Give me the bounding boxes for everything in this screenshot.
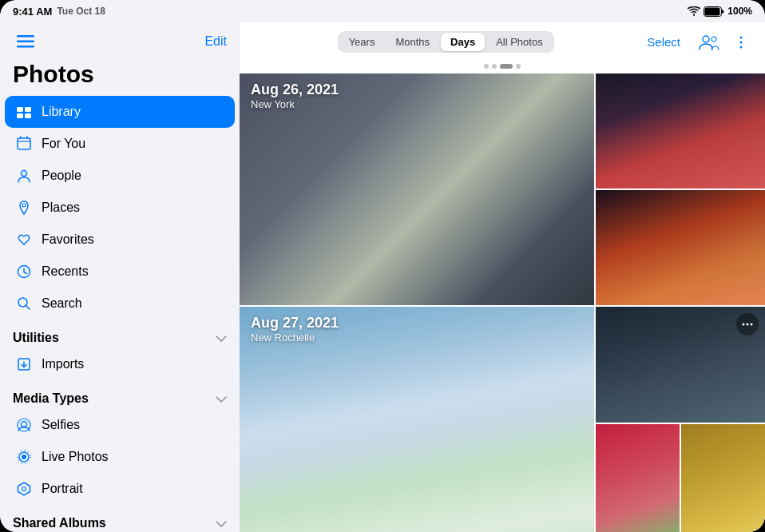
photo-overlay-7 [681,424,765,532]
photo-overlay-3 [596,190,765,305]
svg-rect-5 [17,107,23,112]
sidebar-toggle-button[interactable] [13,29,38,54]
places-icon [14,198,34,217]
sidebar-item-people[interactable]: People [5,160,235,192]
svg-point-21 [22,455,26,459]
status-bar: 9:41 AM Tue Oct 18 100% [0,0,765,22]
sidebar: Edit Photos Library [0,22,240,532]
people-button[interactable] [696,30,722,55]
section-location-1: New York [251,98,339,110]
sidebar-item-favorites[interactable]: Favorites [5,224,235,256]
section-date-2: Aug 27, 2021 [251,315,339,332]
photo-section-aug27: Aug 27, 2021 New Rochelle [240,307,765,532]
photo-cell-p7[interactable] [681,424,765,532]
library-label: Library [42,105,81,119]
svg-point-38 [743,324,745,326]
media-types-section-header[interactable]: Media Types [0,380,240,409]
svg-point-14 [22,204,26,207]
svg-rect-6 [25,107,31,112]
sidebar-item-portrait[interactable]: Portrait [5,473,235,505]
right-col-2 [596,307,765,532]
svg-rect-4 [17,46,34,48]
svg-rect-7 [17,113,23,118]
favorites-label: Favorites [42,232,94,247]
svg-point-34 [711,37,716,42]
dot-2 [492,64,497,69]
photo-grid[interactable]: Aug 26, 2021 New York [240,73,765,532]
more-overlay-5[interactable] [736,313,759,335]
right-col-1 [596,73,765,305]
sidebar-item-library[interactable]: Library [5,96,235,128]
sidebar-item-search[interactable]: Search [5,288,235,320]
photo-cell-p6[interactable] [596,424,680,532]
sidebar-title: Photos [0,58,240,96]
dot-1 [484,64,489,69]
select-button[interactable]: Select [639,32,688,52]
people-label: People [42,169,81,183]
status-time: 9:41 AM [13,6,52,18]
imports-label: Imports [42,357,84,371]
sidebar-item-imports[interactable]: Imports [5,348,235,380]
library-icon [14,102,34,121]
photo-cell-p2[interactable] [596,73,765,189]
sidebar-item-places[interactable]: Places [5,192,235,224]
shared-albums-title: Shared Albums [13,516,106,530]
svg-rect-9 [18,138,30,149]
status-right: 100% [688,6,752,17]
status-left: 9:41 AM Tue Oct 18 [13,6,105,18]
sidebar-item-live-photos[interactable]: Live Photos [5,441,235,473]
portrait-icon [14,479,34,498]
more-button[interactable] [730,31,752,54]
tab-years[interactable]: Years [339,33,385,51]
edit-button[interactable]: Edit [204,34,227,49]
svg-point-39 [747,324,749,326]
imports-icon [14,355,34,374]
favorites-icon [14,230,34,249]
recents-label: Recents [42,264,89,279]
svg-rect-2 [17,35,34,38]
tab-days[interactable]: Days [441,33,485,51]
for-you-label: For You [42,137,85,151]
battery-pct: 100% [727,6,752,17]
top-bar: Years Months Days All Photos Select [240,22,765,62]
live-photos-label: Live Photos [42,450,109,464]
portrait-label: Portrait [42,482,83,496]
bottom-small-row [596,424,765,532]
section-date-overlay-1: Aug 26, 2021 New York [251,81,339,110]
utilities-section-header[interactable]: Utilities [0,320,240,348]
sidebar-item-selfies[interactable]: Selfies [5,409,235,441]
live-photos-icon [14,447,34,466]
utilities-title: Utilities [13,331,59,345]
photo-section-aug26: Aug 26, 2021 New York [240,73,765,305]
content-area: Years Months Days All Photos Select [240,22,765,532]
tab-group: Years Months Days All Photos [338,31,554,53]
tab-all-photos[interactable]: All Photos [486,33,553,51]
media-types-chevron [216,392,227,405]
status-date: Tue Oct 18 [57,6,105,17]
svg-rect-1 [705,7,720,15]
selfies-label: Selfies [42,418,80,432]
photo-cell-p5[interactable] [596,307,765,423]
utilities-chevron [216,332,227,344]
svg-point-20 [18,419,30,431]
search-label: Search [42,296,82,311]
svg-point-33 [703,36,709,42]
photo-overlay-6 [596,424,680,532]
shared-albums-section-header[interactable]: Shared Albums [0,505,240,532]
sidebar-header: Edit [0,22,240,58]
main-layout: Edit Photos Library [0,22,765,532]
top-bar-right: Select [639,30,752,55]
sidebar-item-recents[interactable]: Recents [5,256,235,288]
photo-overlay-2 [596,73,765,189]
tab-months[interactable]: Months [386,33,439,51]
svg-point-36 [740,41,743,43]
sidebar-item-for-you[interactable]: For You [5,128,235,160]
wifi-icon [688,6,700,16]
photo-cell-p3[interactable] [596,190,765,305]
section-date-1: Aug 26, 2021 [251,81,339,98]
for-you-icon [14,134,34,153]
svg-line-17 [26,306,30,310]
svg-point-19 [22,422,27,427]
svg-point-24 [22,487,26,491]
section-date-overlay-2: Aug 27, 2021 New Rochelle [251,315,339,343]
